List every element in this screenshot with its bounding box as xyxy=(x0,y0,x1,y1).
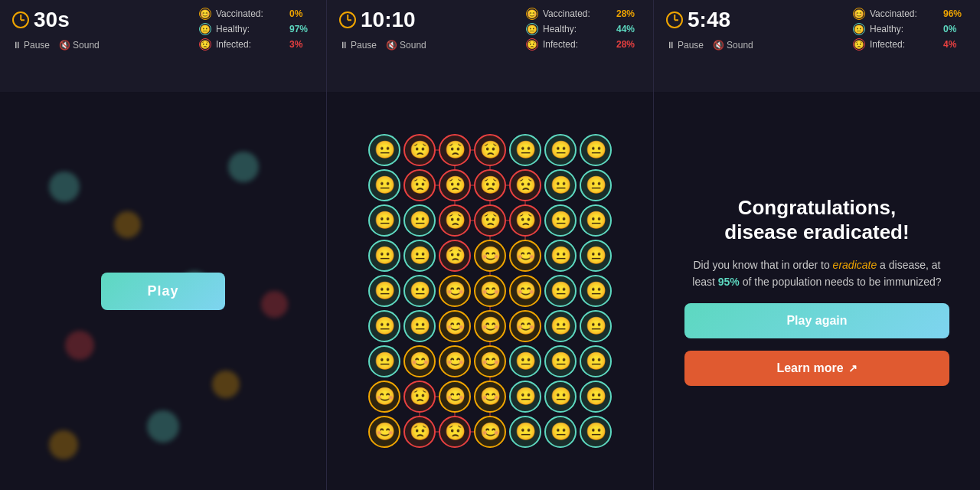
grid-node-1-5[interactable]: 😐 xyxy=(544,169,577,201)
timer-display-1: 30s xyxy=(12,8,100,32)
grid-node-7-5[interactable]: 😐 xyxy=(544,381,577,413)
controls-1: ⏸ Pause 🔇 Sound xyxy=(12,40,100,51)
pause-btn-2[interactable]: ⏸ Pause xyxy=(339,40,377,51)
panel3-header: 5:48 ⏸ Pause 🔇 Sound 😊 Vaccinated: 96% 😐… xyxy=(654,0,980,92)
grid-node-4-1[interactable]: 😐 xyxy=(403,275,436,307)
grid-node-8-4[interactable]: 😐 xyxy=(509,416,541,448)
sound-btn-2[interactable]: 🔇 Sound xyxy=(386,40,426,51)
grid-node-1-2[interactable]: 😟 xyxy=(439,169,471,201)
panel2-body: 😐😟😟😟😐😐😐😐😟😟😟😟😐😐😐😐😟😟😟😐😐😐😐😟😊😊😐😐😐😐😊😊😊😐😐😐😐😊😊😊… xyxy=(327,92,653,490)
grid-node-2-4[interactable]: 😟 xyxy=(509,204,541,237)
grid-node-6-1[interactable]: 😊 xyxy=(403,345,436,377)
results-content: Congratulations,disease eradicated! Did … xyxy=(662,181,972,400)
percent-highlight: 95% xyxy=(718,276,740,288)
grid-node-5-6[interactable]: 😐 xyxy=(580,310,612,342)
grid-node-2-0[interactable]: 😐 xyxy=(368,204,400,237)
grid-node-0-1[interactable]: 😟 xyxy=(403,134,436,166)
stats-section-3: 😊 Vaccinated: 96% 😐 Healthy: 0% 😟 Infect… xyxy=(853,8,968,51)
grid-node-1-1[interactable]: 😟 xyxy=(403,169,436,201)
vaccinated-icon-1: 😊 xyxy=(199,8,211,20)
grid-node-1-0[interactable]: 😐 xyxy=(368,169,400,201)
grid-node-4-4[interactable]: 😊 xyxy=(509,275,541,307)
grid-node-8-2[interactable]: 😟 xyxy=(439,416,471,448)
grid-node-5-4[interactable]: 😊 xyxy=(509,310,541,342)
timer-display-3: 5:48 xyxy=(666,8,753,32)
stats-section-1: 😊 Vaccinated: 0% 😐 Healthy: 97% 😟 Infect… xyxy=(199,8,314,51)
pause-btn-3[interactable]: ⏸ Pause xyxy=(666,40,704,51)
grid-node-7-0[interactable]: 😊 xyxy=(368,381,400,413)
grid-node-5-0[interactable]: 😐 xyxy=(368,310,400,342)
controls-2: ⏸ Pause 🔇 Sound xyxy=(339,40,426,51)
grid-node-6-6[interactable]: 😐 xyxy=(580,345,612,377)
grid-node-3-2[interactable]: 😟 xyxy=(439,240,471,272)
grid-node-2-5[interactable]: 😐 xyxy=(544,204,577,237)
grid-node-3-3[interactable]: 😊 xyxy=(474,240,506,272)
grid-node-0-0[interactable]: 😐 xyxy=(368,134,400,166)
grid-node-5-5[interactable]: 😐 xyxy=(544,310,577,342)
timer-section-1: 30s ⏸ Pause 🔇 Sound xyxy=(12,8,100,51)
grid-node-7-6[interactable]: 😐 xyxy=(580,381,612,413)
grid-node-7-1[interactable]: 😟 xyxy=(403,381,436,413)
grid-node-4-5[interactable]: 😐 xyxy=(544,275,577,307)
vaccinated-stat-3: 😊 Vaccinated: 96% xyxy=(853,8,968,20)
grid-node-7-3[interactable]: 😊 xyxy=(474,381,506,413)
grid-node-0-4[interactable]: 😐 xyxy=(509,134,541,166)
controls-3: ⏸ Pause 🔇 Sound xyxy=(666,40,753,51)
infected-icon-3: 😟 xyxy=(853,38,865,51)
sound-btn-1[interactable]: 🔇 Sound xyxy=(59,40,100,51)
grid-node-5-2[interactable]: 😊 xyxy=(439,310,471,342)
grid-node-3-0[interactable]: 😐 xyxy=(368,240,400,272)
grid-node-6-3[interactable]: 😊 xyxy=(474,345,506,377)
grid-node-6-0[interactable]: 😐 xyxy=(368,345,400,377)
grid-node-4-0[interactable]: 😐 xyxy=(368,275,400,307)
infected-stat-2: 😟 Infected: 28% xyxy=(526,38,641,51)
grid-node-1-4[interactable]: 😟 xyxy=(509,169,541,201)
grid-node-2-1[interactable]: 😐 xyxy=(403,204,436,237)
grid-node-6-2[interactable]: 😊 xyxy=(439,345,471,377)
infected-stat-3: 😟 Infected: 4% xyxy=(853,38,968,51)
grid-node-7-4[interactable]: 😐 xyxy=(509,381,541,413)
grid-node-1-3[interactable]: 😟 xyxy=(474,169,506,201)
pause-btn-1[interactable]: ⏸ Pause xyxy=(12,40,50,51)
grid-node-0-2[interactable]: 😟 xyxy=(439,134,471,166)
panel1-header: 30s ⏸ Pause 🔇 Sound 😊 Vaccinated: 0% 😐 H… xyxy=(0,0,326,92)
grid-node-4-3[interactable]: 😊 xyxy=(474,275,506,307)
grid-node-4-6[interactable]: 😐 xyxy=(580,275,612,307)
panel2-header: 10:10 ⏸ Pause 🔇 Sound 😊 Vaccinated: 28% … xyxy=(327,0,653,92)
grid-node-2-2[interactable]: 😟 xyxy=(439,204,471,237)
grid-node-8-3[interactable]: 😊 xyxy=(474,416,506,448)
grid-node-2-6[interactable]: 😐 xyxy=(580,204,612,237)
grid-node-3-4[interactable]: 😊 xyxy=(509,240,541,272)
grid-node-6-5[interactable]: 😐 xyxy=(544,345,577,377)
timer-section-3: 5:48 ⏸ Pause 🔇 Sound xyxy=(666,8,753,51)
grid-node-3-6[interactable]: 😐 xyxy=(580,240,612,272)
timer-display-2: 10:10 xyxy=(339,8,426,32)
game-grid: 😐😟😟😟😐😐😐😐😟😟😟😟😐😐😐😐😟😟😟😐😐😐😐😟😊😊😐😐😐😐😊😊😊😐😐😐😐😊😊😊… xyxy=(361,126,619,456)
grid-node-2-3[interactable]: 😟 xyxy=(474,204,506,237)
panel-start: 30s ⏸ Pause 🔇 Sound 😊 Vaccinated: 0% 😐 H… xyxy=(0,0,327,490)
grid-node-6-4[interactable]: 😐 xyxy=(509,345,541,377)
grid-node-0-6[interactable]: 😐 xyxy=(580,134,612,166)
healthy-stat-1: 😐 Healthy: 97% xyxy=(199,23,314,35)
grid-node-0-3[interactable]: 😟 xyxy=(474,134,506,166)
grid-node-8-1[interactable]: 😟 xyxy=(403,416,436,448)
grid-node-5-1[interactable]: 😐 xyxy=(403,310,436,342)
panel-game: 10:10 ⏸ Pause 🔇 Sound 😊 Vaccinated: 28% … xyxy=(327,0,654,490)
play-button[interactable]: Play xyxy=(101,273,224,310)
grid-node-3-5[interactable]: 😐 xyxy=(544,240,577,272)
play-again-button[interactable]: Play again xyxy=(684,303,949,338)
grid-node-5-3[interactable]: 😊 xyxy=(474,310,506,342)
grid-node-1-6[interactable]: 😐 xyxy=(580,169,612,201)
grid-node-8-0[interactable]: 😊 xyxy=(368,416,400,448)
vaccinated-stat-2: 😊 Vaccinated: 28% xyxy=(526,8,641,20)
congrats-title: Congratulations,disease eradicated! xyxy=(724,196,909,243)
grid-node-4-2[interactable]: 😊 xyxy=(439,275,471,307)
grid-node-0-5[interactable]: 😐 xyxy=(544,134,577,166)
healthy-icon-1: 😐 xyxy=(199,23,211,35)
grid-node-8-5[interactable]: 😐 xyxy=(544,416,577,448)
grid-node-8-6[interactable]: 😐 xyxy=(580,416,612,448)
learn-more-button[interactable]: Learn more ↗ xyxy=(684,351,949,386)
grid-node-7-2[interactable]: 😊 xyxy=(439,381,471,413)
sound-btn-3[interactable]: 🔇 Sound xyxy=(713,40,753,51)
grid-node-3-1[interactable]: 😐 xyxy=(403,240,436,272)
